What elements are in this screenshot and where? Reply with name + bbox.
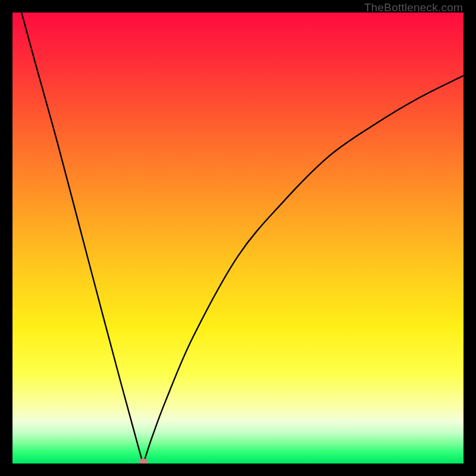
bottleneck-chart — [12, 12, 464, 464]
gradient-background — [12, 12, 464, 464]
chart-frame — [12, 12, 464, 464]
watermark-text: TheBottleneck.com — [364, 1, 463, 14]
